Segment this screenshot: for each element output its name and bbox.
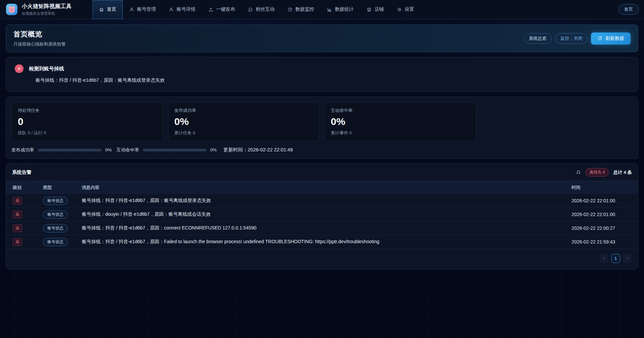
- level-badge: 高: [13, 211, 22, 218]
- nav-item-label: 一键发布: [216, 6, 235, 12]
- nav-item[interactable]: 设置: [390, 0, 421, 19]
- alert-message-cell: 账号掉线：抖音 / 抖音-e1d6b7，原因：账号离线或登录态失效: [82, 198, 572, 204]
- type-badge: 账号状态: [43, 224, 68, 232]
- stat-subtext: 累计任务 0: [174, 130, 314, 136]
- alert-table-row: 高 账号状态 账号掉线：抖音 / 抖音-e1d6b7，原因：Failed to …: [6, 235, 638, 249]
- nav-item[interactable]: 数据统计: [321, 0, 360, 19]
- alert-table-row: 高 账号状态 账号掉线：douyin / 抖音-e1d6b7，原因：账号离线或会…: [6, 208, 638, 221]
- alert-table-row: 高 账号状态 账号掉线：抖音 / 抖音-e1d6b7，原因：connect EC…: [6, 221, 638, 235]
- stat-value: 0: [18, 116, 157, 127]
- page-header: 首页概览 只保留核心指标和系统告警 系统总览 监控：关闭 刷新数据: [6, 24, 638, 52]
- stat-label: 互动命中率: [331, 108, 470, 114]
- col-level: 级别: [13, 185, 43, 191]
- nav-item[interactable]: 首页: [93, 0, 123, 19]
- alert-message: 账号掉线：抖音 / 抖音-e1d6b7，原因：账号离线或登录态失效: [36, 77, 629, 83]
- pagination-prev-button[interactable]: ‹: [599, 254, 608, 263]
- page-subtitle: 只保留核心指标和系统告警: [13, 41, 66, 47]
- monitor-icon: [287, 7, 292, 12]
- progress-bar: [38, 149, 102, 151]
- nav-item-label: 设置: [405, 6, 414, 12]
- nav-item[interactable]: 数据监控: [281, 0, 321, 19]
- alert-title: 检测到账号掉线: [29, 66, 64, 72]
- error-close-icon: [15, 64, 23, 73]
- progress-value: 0%: [105, 147, 112, 152]
- stats-icon: [327, 7, 332, 12]
- stat-value: 0%: [331, 116, 470, 127]
- stat-subtext: 排队 0 / 运行 0: [18, 130, 157, 136]
- stat-card: 互动命中率 0% 累计事件 0: [324, 102, 476, 141]
- nav-item-label: 账号详情: [177, 6, 196, 12]
- alert-message-cell: 账号掉线：抖音 / 抖音-e1d6b7，原因：Failed to launch …: [82, 239, 572, 245]
- progress-list: 发布成功率 0% 互动命中率 0%: [11, 147, 221, 153]
- upload-icon: [208, 7, 213, 12]
- user-icon: [129, 7, 134, 12]
- progress-bar: [143, 149, 207, 151]
- pig-logo-icon: [5, 3, 18, 16]
- progress-row: 发布成功率 0% 互动命中率 0% 更新时间：2026-02-22 22:01:…: [11, 147, 633, 153]
- progress-item: 发布成功率 0%: [11, 147, 112, 153]
- nav-item[interactable]: 账号管理: [123, 0, 162, 19]
- stat-value: 0%: [174, 116, 314, 127]
- brand: 小火猪矩阵视频工具 短视频后台管理系统: [5, 3, 72, 16]
- alerts-panel-title: 系统告警: [12, 169, 32, 176]
- col-time: 时间: [572, 185, 631, 191]
- offline-alert-banner: 检测到账号掉线 账号掉线：抖音 / 抖音-e1d6b7，原因：账号离线或登录态失…: [6, 57, 638, 92]
- navbar: 小火猪矩阵视频工具 短视频后台管理系统 首页 账号管理 账号详情 一键发布: [0, 0, 644, 19]
- nav-item[interactable]: 账号详情: [162, 0, 202, 19]
- type-badge: 账号状态: [43, 197, 68, 205]
- type-badge: 账号状态: [43, 238, 68, 246]
- gear-icon: [397, 7, 402, 12]
- home-pill-button[interactable]: 首页: [619, 4, 639, 15]
- nav-item-label: 粉丝互动: [256, 6, 275, 12]
- stat-card: 待处理任务 0 排队 0 / 运行 0: [11, 102, 163, 141]
- high-priority-badge: 高优先 4: [585, 168, 609, 177]
- pagination: ‹ 1 ›: [6, 249, 638, 269]
- progress-item: 互动命中率 0%: [116, 147, 217, 153]
- progress-label: 互动命中率: [116, 147, 139, 153]
- alerts-table-header: 级别 类型 消息内容 时间: [6, 181, 638, 194]
- col-message: 消息内容: [82, 185, 572, 191]
- pagination-page-1[interactable]: 1: [611, 254, 620, 263]
- alert-time-cell: 2026-02-22 21:59:43: [572, 239, 631, 245]
- nav-menu: 首页 账号管理 账号详情 一键发布 粉丝互动: [93, 0, 421, 19]
- pagination-next-button[interactable]: ›: [623, 254, 632, 263]
- stat-label: 待处理任务: [18, 108, 157, 114]
- type-badge: 账号状态: [43, 210, 68, 219]
- stat-cards: 待处理任务 0 排队 0 / 运行 0 发布成功率 0% 累计任务 0 互动命中…: [11, 102, 633, 141]
- stats-section: 待处理任务 0 排队 0 / 运行 0 发布成功率 0% 累计任务 0 互动命中…: [6, 96, 638, 159]
- system-alerts-panel: 系统告警 高优先 4 总计 4 条 级别 类型 消息内容 时间: [6, 163, 638, 269]
- alert-message-cell: 账号掉线：抖音 / 抖音-e1d6b7，原因：connect ECONNREFU…: [82, 225, 572, 231]
- alert-message-cell: 账号掉线：douyin / 抖音-e1d6b7，原因：账号离线或会话失效: [82, 211, 572, 217]
- updated-time: 更新时间：2026-02-22 22:01:49: [223, 147, 293, 153]
- nav-item-label: 账号管理: [137, 6, 156, 12]
- level-badge: 高: [13, 197, 22, 205]
- refresh-label: 刷新数据: [605, 36, 624, 42]
- col-type: 类型: [43, 185, 82, 191]
- stat-label: 发布成功率: [174, 108, 314, 114]
- nav-item-label: 数据监控: [296, 6, 314, 12]
- nav-item[interactable]: 粉丝互动: [241, 0, 281, 19]
- refresh-icon: [597, 36, 602, 41]
- alert-time-cell: 2026-02-22 22:00:27: [572, 225, 631, 231]
- progress-label: 发布成功率: [11, 147, 34, 153]
- stat-card: 发布成功率 0% 累计任务 0: [168, 102, 320, 141]
- nav-item[interactable]: 店铺: [360, 0, 390, 19]
- nav-item[interactable]: 一键发布: [202, 0, 241, 19]
- user-detail-icon: [169, 7, 174, 12]
- alert-time-cell: 2026-02-22 22:01:00: [572, 198, 631, 203]
- alarm-bell-icon: [576, 170, 581, 175]
- alert-table-row: 高 账号状态 账号掉线：抖音 / 抖音-e1d6b7，原因：账号离线或登录态失效…: [6, 194, 638, 208]
- progress-value: 0%: [210, 147, 217, 152]
- refresh-data-button[interactable]: 刷新数据: [591, 32, 631, 45]
- alerts-total: 总计 4 条: [613, 170, 632, 176]
- home-icon: [99, 7, 104, 12]
- page-title: 首页概览: [13, 29, 66, 39]
- monitor-toggle-pill[interactable]: 监控：关闭: [555, 33, 588, 44]
- app-subtitle: 短视频后台管理系统: [22, 11, 72, 16]
- level-badge: 高: [13, 224, 22, 232]
- alert-time-cell: 2026-02-22 22:01:00: [572, 212, 631, 217]
- shop-icon: [367, 7, 372, 12]
- system-overview-pill[interactable]: 系统总览: [524, 33, 552, 44]
- nav-item-label: 首页: [107, 6, 116, 12]
- alerts-table-body: 高 账号状态 账号掉线：抖音 / 抖音-e1d6b7，原因：账号离线或登录态失效…: [6, 194, 638, 249]
